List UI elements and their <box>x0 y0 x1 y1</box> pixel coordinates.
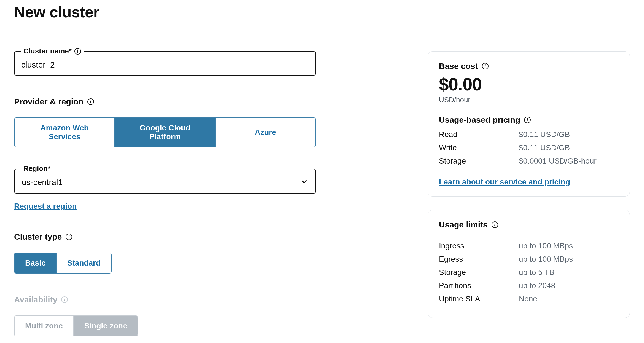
limits-row-partitions: Partitions up to 2048 <box>439 281 619 290</box>
usage-pricing-heading-text: Usage-based pricing <box>439 115 520 125</box>
cluster-type-heading-text: Cluster type <box>14 232 62 242</box>
base-cost-heading: Base cost i <box>439 61 619 71</box>
base-cost-heading-text: Base cost <box>439 61 478 71</box>
info-icon[interactable]: i <box>87 98 94 105</box>
cluster-type-basic[interactable]: Basic <box>15 253 57 273</box>
info-icon[interactable]: i <box>492 221 498 228</box>
pricing-row-storage: Storage $0.0001 USD/GB-hour <box>439 157 619 165</box>
pricing-row-read: Read $0.11 USD/GB <box>439 130 619 139</box>
limits-row-label: Ingress <box>439 242 519 250</box>
info-icon[interactable]: i <box>74 48 81 55</box>
limits-row-label: Egress <box>439 255 519 264</box>
cluster-type-section: Cluster type i Basic Standard <box>14 232 400 274</box>
pricing-learn-link[interactable]: Learn about our service and pricing <box>439 178 570 186</box>
limits-row-label: Storage <box>439 268 519 277</box>
usage-limits-heading-text: Usage limits <box>439 220 488 229</box>
cluster-name-label-text: Cluster name* <box>23 47 72 55</box>
content-columns: Cluster name* i Provider & region i Amaz… <box>14 51 630 340</box>
pricing-row-label: Write <box>439 143 519 152</box>
cost-card: Base cost i $0.00 USD/hour Usage-based p… <box>428 51 630 197</box>
info-icon[interactable]: i <box>524 117 531 123</box>
info-icon: i <box>61 296 68 303</box>
provider-option-gcp[interactable]: Google Cloud Platform <box>115 118 215 147</box>
cluster-type-standard[interactable]: Standard <box>57 253 111 273</box>
cluster-type-heading: Cluster type i <box>14 232 400 242</box>
availability-single-zone: Single zone <box>74 316 138 336</box>
limits-row-value: up to 5 TB <box>519 268 554 277</box>
page-root: New cluster Cluster name* i Provider & r… <box>0 0 644 343</box>
availability-heading-text: Availability <box>14 295 57 304</box>
pricing-row-value: $0.11 USD/GB <box>519 130 570 139</box>
provider-segmented-control: Amazon Web Services Google Cloud Platfor… <box>14 117 316 147</box>
limits-row-value: up to 2048 <box>519 281 555 290</box>
usage-pricing-heading: Usage-based pricing i <box>439 115 619 125</box>
pricing-row-value: $0.11 USD/GB <box>519 143 570 152</box>
cluster-name-input[interactable] <box>21 60 309 69</box>
pricing-row-label: Read <box>439 130 519 139</box>
page-title: New cluster <box>14 3 630 21</box>
availability-section: Availability i Multi zone Single zone <box>14 295 400 336</box>
provider-region-heading-text: Provider & region <box>14 97 84 106</box>
limits-row-ingress: Ingress up to 100 MBps <box>439 242 619 250</box>
info-icon[interactable]: i <box>482 63 489 69</box>
pricing-row-write: Write $0.11 USD/GB <box>439 143 619 152</box>
info-icon[interactable]: i <box>66 234 72 240</box>
cluster-name-label: Cluster name* i <box>21 47 84 55</box>
cluster-name-field[interactable]: Cluster name* i <box>14 51 316 76</box>
cluster-type-segmented-control: Basic Standard <box>14 253 112 274</box>
limits-row-storage: Storage up to 5 TB <box>439 268 619 277</box>
limits-row-egress: Egress up to 100 MBps <box>439 255 619 264</box>
base-cost-price: $0.00 <box>439 74 619 95</box>
region-label: Region* <box>21 164 53 173</box>
limits-row-value: None <box>519 294 537 303</box>
limits-card: Usage limits i Ingress up to 100 MBps Eg… <box>428 210 630 318</box>
base-cost-unit: USD/hour <box>439 96 619 104</box>
provider-region-heading: Provider & region i <box>14 97 400 106</box>
limits-row-sla: Uptime SLA None <box>439 294 619 303</box>
usage-limits-heading: Usage limits i <box>439 220 619 229</box>
provider-region-section: Provider & region i Amazon Web Services … <box>14 97 400 211</box>
limits-row-value: up to 100 MBps <box>519 242 573 250</box>
request-region-link[interactable]: Request a region <box>14 202 77 211</box>
pricing-row-label: Storage <box>439 157 519 165</box>
provider-option-azure[interactable]: Azure <box>216 118 315 147</box>
limits-row-label: Uptime SLA <box>439 294 519 303</box>
region-value: us-central1 <box>22 178 63 187</box>
availability-heading: Availability i <box>14 295 400 304</box>
chevron-down-icon <box>300 178 308 187</box>
region-select[interactable]: Region* us-central1 <box>14 169 316 194</box>
availability-segmented-control: Multi zone Single zone <box>14 315 138 336</box>
limits-row-label: Partitions <box>439 281 519 290</box>
pricing-row-value: $0.0001 USD/GB-hour <box>519 157 597 165</box>
availability-multi-zone: Multi zone <box>15 316 74 336</box>
provider-option-aws[interactable]: Amazon Web Services <box>15 118 115 147</box>
limits-row-value: up to 100 MBps <box>519 255 573 264</box>
form-column: Cluster name* i Provider & region i Amaz… <box>14 51 411 340</box>
summary-column: Base cost i $0.00 USD/hour Usage-based p… <box>428 51 630 340</box>
